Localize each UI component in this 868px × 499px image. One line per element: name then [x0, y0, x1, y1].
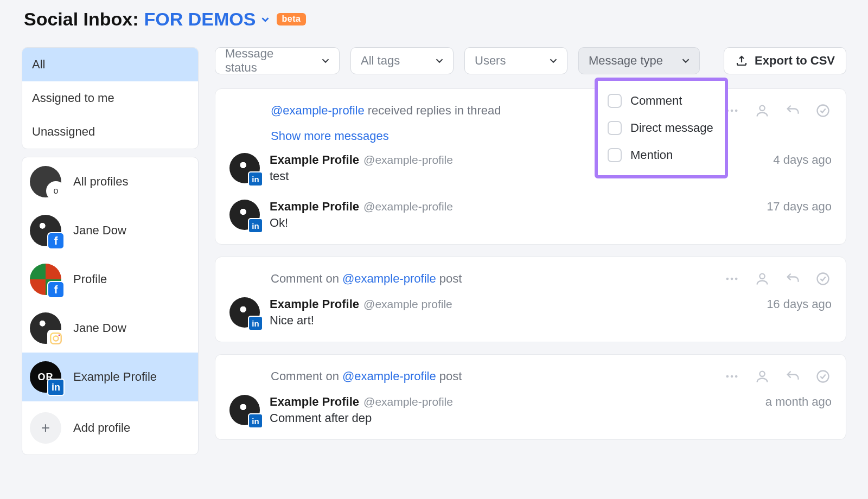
- message-type-dropdown: Comment Direct message Mention: [595, 78, 728, 178]
- checkbox[interactable]: [608, 94, 622, 108]
- profiles-card: o All profiles f Jane Dow f: [22, 157, 199, 455]
- message-row: in Example Profile @example-profile a mo…: [229, 395, 832, 425]
- workspace-switcher[interactable]: FOR DEMOS: [144, 9, 271, 30]
- filter-row: Message status All tags Users Message ty…: [215, 47, 846, 74]
- filter-message-type[interactable]: Message type: [578, 47, 700, 74]
- assignment-all[interactable]: All: [22, 48, 198, 81]
- filter-label: Message type: [589, 54, 663, 68]
- thread: Comment on @example-profile post: [215, 257, 846, 342]
- message-type-option-direct-message[interactable]: Direct message: [605, 114, 717, 142]
- more-icon[interactable]: [723, 270, 741, 287]
- message-text: Nice art!: [270, 314, 832, 328]
- add-profile-label: Add profile: [73, 421, 130, 435]
- thread-context-before: Comment on: [271, 369, 339, 383]
- reply-icon[interactable]: [784, 102, 801, 119]
- sidebar: All Assigned to me Unassigned o All prof…: [22, 47, 199, 455]
- profile-all[interactable]: o All profiles: [22, 157, 198, 206]
- filter-label: Message status: [225, 47, 309, 75]
- svg-point-10: [735, 278, 738, 280]
- svg-point-12: [818, 273, 829, 285]
- svg-point-8: [726, 278, 729, 280]
- message-author: Example Profile: [270, 297, 359, 311]
- profile-label: Profile: [73, 272, 107, 286]
- upload-icon: [735, 54, 748, 67]
- thread: @example-profile received replies in thr…: [215, 88, 846, 245]
- thread-context-text: received replies in thread: [368, 104, 501, 118]
- chevron-down-icon: [320, 55, 331, 67]
- export-csv-button[interactable]: Export to CSV: [724, 47, 846, 74]
- svg-point-17: [818, 371, 829, 382]
- svg-point-5: [735, 110, 738, 112]
- check-icon[interactable]: [814, 368, 832, 385]
- svg-point-13: [726, 375, 729, 378]
- thread-context-after: post: [439, 272, 462, 286]
- add-profile-button[interactable]: + Add profile: [22, 401, 198, 455]
- linkedin-icon: in: [248, 316, 263, 331]
- message-time: a month ago: [765, 395, 832, 409]
- svg-point-9: [731, 278, 733, 280]
- check-icon[interactable]: [814, 102, 832, 119]
- message-time: 16 days ago: [767, 297, 832, 311]
- thread-list: @example-profile received replies in thr…: [215, 88, 846, 440]
- workspace-name: FOR DEMOS: [144, 9, 256, 30]
- checkbox[interactable]: [608, 121, 622, 135]
- message-time: 17 days ago: [767, 200, 832, 214]
- svg-point-4: [731, 110, 733, 112]
- assign-icon[interactable]: [754, 368, 771, 385]
- filter-users[interactable]: Users: [464, 47, 567, 74]
- more-icon[interactable]: [723, 368, 741, 385]
- message-handle: @example profile: [363, 298, 452, 311]
- profile-link[interactable]: @example-profile: [342, 272, 436, 286]
- reply-icon[interactable]: [784, 368, 801, 385]
- assignment-unassigned[interactable]: Unassigned: [22, 115, 198, 149]
- profile-link[interactable]: @example-profile: [271, 104, 365, 118]
- message-handle: @example-profile: [363, 395, 453, 408]
- thread-context: Comment on @example-profile post: [271, 272, 462, 286]
- assign-icon[interactable]: [754, 270, 771, 287]
- page-header: Social Inbox: FOR DEMOS beta: [22, 9, 846, 30]
- message-text: Ok!: [270, 216, 832, 230]
- filter-label: All tags: [361, 54, 400, 68]
- profile-jane-dow-ig[interactable]: Jane Dow: [22, 304, 198, 353]
- reply-icon[interactable]: [784, 270, 801, 287]
- show-more-link[interactable]: Show more messages: [271, 129, 389, 143]
- plus-icon: +: [30, 412, 61, 444]
- facebook-icon: f: [47, 232, 65, 250]
- filter-all-tags[interactable]: All tags: [350, 47, 454, 74]
- assign-icon[interactable]: [754, 102, 771, 119]
- option-label: Comment: [630, 94, 682, 108]
- thread-context: @example-profile received replies in thr…: [271, 104, 501, 118]
- assignment-assigned-to-me[interactable]: Assigned to me: [22, 81, 198, 115]
- main-column: Message status All tags Users Message ty…: [215, 47, 846, 455]
- profile-link[interactable]: @example-profile: [342, 369, 436, 383]
- svg-point-6: [760, 106, 764, 111]
- svg-point-7: [818, 105, 829, 117]
- svg-point-16: [760, 372, 764, 376]
- linkedin-icon: in: [248, 171, 263, 187]
- message-type-option-mention[interactable]: Mention: [605, 142, 717, 169]
- chevron-down-icon: [680, 55, 692, 67]
- message-author: Example Profile: [270, 153, 359, 167]
- checkbox[interactable]: [608, 148, 622, 162]
- profile-jane-dow-fb[interactable]: f Jane Dow: [22, 206, 198, 255]
- chevron-down-icon: [547, 55, 559, 67]
- message-handle: @example-profile: [363, 200, 453, 213]
- message-text: Comment after dep: [270, 411, 832, 425]
- facebook-icon: f: [47, 281, 65, 298]
- message-author: Example Profile: [270, 200, 359, 214]
- beta-badge: beta: [277, 13, 307, 25]
- linkedin-icon: in: [248, 413, 263, 428]
- option-label: Mention: [630, 148, 673, 162]
- check-icon[interactable]: [814, 270, 832, 287]
- profile-label: Jane Dow: [73, 321, 126, 335]
- filter-message-status[interactable]: Message status: [215, 47, 340, 74]
- svg-point-14: [731, 375, 733, 378]
- chevron-down-icon: [433, 55, 445, 67]
- profile-label: All profiles: [73, 175, 128, 189]
- thread-actions: [723, 270, 832, 287]
- page-title: Social Inbox:: [24, 9, 139, 30]
- profile-example-profile-in[interactable]: OR in Example Profile: [22, 353, 198, 401]
- message-handle: @example-profile: [363, 153, 453, 167]
- message-type-option-comment[interactable]: Comment: [605, 87, 717, 114]
- profile-profile-fb[interactable]: f Profile: [22, 255, 198, 304]
